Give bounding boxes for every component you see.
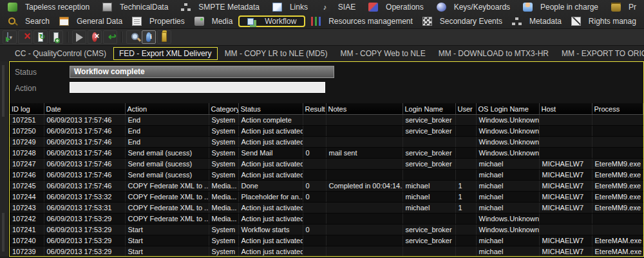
technical-data-icon xyxy=(102,3,112,12)
etere-workflow-window: Tapeless receptionTechnicalDataSMPTE Met… xyxy=(0,0,644,258)
cell-action: COPY Federate XML to ... xyxy=(125,181,209,192)
table-row[interactable]: 10724706/09/2013 17:57:46Send email (suc… xyxy=(10,159,643,170)
menu-item-pr[interactable]: Pr xyxy=(607,2,640,12)
menu-item-label: SIAE xyxy=(338,3,355,12)
cell-notes xyxy=(326,213,402,224)
info-button[interactable] xyxy=(142,30,156,44)
cell-status: Action just activated xyxy=(238,170,303,181)
menu-item-resources-management[interactable]: Resources management xyxy=(307,16,417,26)
cell-category: Media... xyxy=(209,192,238,203)
menu-item-operations[interactable]: Operations xyxy=(365,2,428,12)
cell-user xyxy=(455,246,476,257)
vertical-splitter[interactable] xyxy=(0,61,9,257)
tab-mm-download-to-mtx3-hr[interactable]: MM - DOWNLOAD to MTX3-HR xyxy=(433,47,554,60)
tab-mm-export-to-original[interactable]: MM - EXPORT TO ORIGINAL xyxy=(556,47,644,60)
menu-item-technicaldata[interactable]: TechnicalData xyxy=(99,2,172,12)
redo-arrow-button[interactable] xyxy=(103,30,117,44)
cell-process xyxy=(592,115,643,126)
menu-item-label: Search xyxy=(25,17,50,26)
cell-os-login-name: michael xyxy=(476,192,539,203)
play-button[interactable] xyxy=(72,30,86,44)
document-log-button[interactable] xyxy=(49,30,63,44)
cell-result xyxy=(303,203,326,213)
column-header-id-log[interactable]: ID log xyxy=(10,103,44,115)
table-row[interactable]: 10724506/09/2013 17:57:46COPY Federate X… xyxy=(10,181,643,192)
table-row[interactable]: 10725006/09/2013 17:57:46EndSystemAction… xyxy=(10,126,643,137)
menu-item-general-data[interactable]: General Data xyxy=(55,16,126,26)
menu-item-search[interactable]: Search xyxy=(4,16,53,26)
delete-button[interactable] xyxy=(18,30,32,44)
cell-action: Start xyxy=(125,235,209,246)
cell-host xyxy=(539,213,592,224)
stop-button[interactable] xyxy=(88,30,102,44)
general-data-icon xyxy=(59,17,69,26)
cell-category: System xyxy=(209,159,238,170)
cell-result xyxy=(303,246,326,257)
save-button[interactable] xyxy=(157,30,171,44)
cell-login-name: service_broker xyxy=(402,224,455,235)
refresh-document-button[interactable] xyxy=(33,30,48,44)
table-row[interactable]: 10724906/09/2013 17:57:46EndSystemAction… xyxy=(10,137,643,148)
column-header-category[interactable]: Category xyxy=(209,103,238,115)
cell-notes xyxy=(326,137,402,148)
table-row[interactable]: 10724306/09/2013 17:53:31COPY Federate X… xyxy=(10,203,643,213)
menu-item-label: Links xyxy=(290,3,308,12)
table-row[interactable]: 10724406/09/2013 17:53:32COPY Federate X… xyxy=(10,192,643,203)
cell-login-name xyxy=(402,170,455,181)
menu-item-siae[interactable]: SIAE xyxy=(317,2,359,12)
menu-item-smpte-metadata[interactable]: SMPTE Metadata xyxy=(177,2,263,12)
tab-cc-qualitycontrol-cms[interactable]: CC - QualityControl (CMS) xyxy=(9,47,112,60)
preview-button[interactable] xyxy=(126,30,140,44)
cell-login-name: service_broker xyxy=(402,115,455,126)
menu-item-secondary-events[interactable]: Secondary Events xyxy=(419,16,506,26)
cell-id-log: 107247 xyxy=(10,159,44,170)
menu-item-links[interactable]: Links xyxy=(269,2,312,12)
table-row[interactable]: 10724606/09/2013 17:57:46Send email (suc… xyxy=(10,170,643,181)
column-header-process[interactable]: Process xyxy=(592,103,643,115)
column-header-host[interactable]: Host xyxy=(539,103,592,115)
cell-login-name: service_broker xyxy=(402,235,455,246)
export-document-button[interactable]: ▾ xyxy=(3,30,17,44)
menu-item-media[interactable]: Media xyxy=(191,16,237,26)
menu-item-metadata[interactable]: Metadata xyxy=(508,16,565,26)
cell-category: System xyxy=(209,224,238,235)
rights-management-icon xyxy=(571,17,581,26)
tab-mm-copy-web-to-nle[interactable]: MM - COPY Web to NLE xyxy=(334,47,431,60)
tab-mm-copy-lr-to-nle-md5[interactable]: MM - COPY LR to NLE (MD5) xyxy=(219,47,334,60)
people-in-charge-icon xyxy=(523,3,533,12)
column-header-result[interactable]: Result xyxy=(303,103,326,115)
cell-host: MICHAELW7 xyxy=(539,246,592,257)
properties-icon xyxy=(132,17,142,26)
cell-notes xyxy=(326,126,402,137)
table-row[interactable]: 10724206/09/2013 17:53:29COPY Federate X… xyxy=(10,213,643,224)
table-row[interactable]: 10724106/09/2013 17:53:29StartSystemWork… xyxy=(10,224,643,235)
menu-item-keys-keyboards[interactable]: Keys/Keyboards xyxy=(433,2,514,12)
cell-id-log: 107241 xyxy=(10,224,44,235)
cell-date: 06/09/2013 17:57:46 xyxy=(44,137,125,148)
cell-date: 06/09/2013 17:57:46 xyxy=(44,115,125,126)
workflow-log-table: ID logDateActionCategoryStatusResultNote… xyxy=(10,103,643,257)
column-header-user[interactable]: User xyxy=(455,103,476,115)
content-area: Status Workflow complete Action ID logDa… xyxy=(0,61,644,257)
table-row[interactable]: 10724006/09/2013 17:53:29StartSystemActi… xyxy=(10,235,643,246)
links-icon xyxy=(272,3,282,12)
menu-item-tapeless-reception[interactable]: Tapeless reception xyxy=(4,2,93,12)
column-header-status[interactable]: Status xyxy=(238,103,303,115)
column-header-login-name[interactable]: Login Name xyxy=(402,103,455,115)
cell-login-name: service_broker xyxy=(402,126,455,137)
menu-item-properties[interactable]: Properties xyxy=(128,16,189,26)
column-header-notes[interactable]: Notes xyxy=(326,103,402,115)
menu-item-workflow[interactable]: Workflow xyxy=(238,15,305,27)
cell-user xyxy=(455,235,476,246)
table-row[interactable]: 10725106/09/2013 17:57:46EndSystemAction… xyxy=(10,115,643,126)
action-input[interactable] xyxy=(70,82,325,93)
menu-item-rights-manag[interactable]: Rights manag xyxy=(567,16,640,26)
cell-host: MICHAELW7 xyxy=(539,170,592,181)
table-row[interactable]: 10724806/09/2013 17:57:46Send email (suc… xyxy=(10,148,643,159)
column-header-os-login-name[interactable]: OS Login Name xyxy=(476,103,539,115)
table-row[interactable]: 10723906/09/2013 17:53:29StartSystemActi… xyxy=(10,246,643,257)
column-header-action[interactable]: Action xyxy=(125,103,209,115)
column-header-date[interactable]: Date xyxy=(44,103,125,115)
tab-fed-export-xml-delivery[interactable]: FED - Export XML Delivery xyxy=(113,47,218,60)
menu-item-people-in-charge[interactable]: People in charge xyxy=(519,2,602,12)
